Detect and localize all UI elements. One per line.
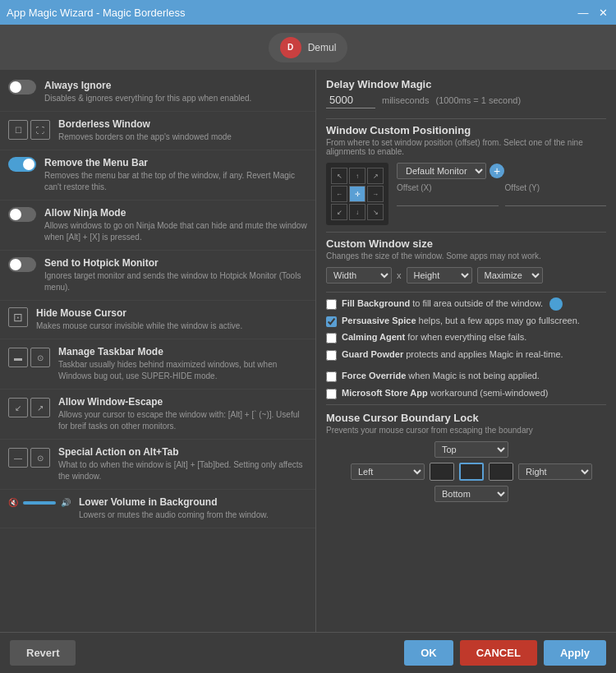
revert-button[interactable]: Revert [10,640,76,666]
positioning-title: Window Custom Positioning [326,124,606,136]
alt-tab-icon2: ⊙ [30,448,50,468]
toggle-hotpick[interactable] [8,257,36,272]
divider4 [326,404,606,405]
fill-bg-checkbox[interactable] [326,299,337,310]
boundary-desc: Prevents your mouse cursor from escaping… [326,426,606,435]
cancel-button[interactable]: CANCEL [460,640,537,666]
setting-title-ninja: Allow Ninja Mode [44,207,307,219]
height-select[interactable]: Height [407,267,472,283]
fill-bg-label: Fill Background to fill area outside of … [342,297,543,310]
grid-tc[interactable]: ↑ [349,168,365,184]
grid-tr[interactable]: ↗ [367,168,384,184]
offset-x-label: Offset (X) [397,183,499,192]
setting-desc-menu-bar: Removes the menu bar at the top of the w… [44,170,307,193]
grid-mc[interactable]: ✛ [349,186,365,202]
width-select[interactable]: Width [326,267,392,283]
right-select[interactable]: Right None Lock [518,463,592,480]
offset-x-field: Offset (X) [397,183,499,206]
monitor-select-row: Default Monitor + [397,163,606,179]
monitor-icon-1[interactable] [430,463,454,481]
bottom-bar: Revert OK CANCEL Apply [0,632,616,673]
app-pill[interactable]: D Demul [269,33,348,62]
bottom-select[interactable]: Bottom None Lock [434,486,508,502]
monitor-icon-3[interactable] [489,463,513,481]
positioning-desc: From where to set window position (offse… [326,138,606,156]
setting-title-taskbar: Manage Taskbar Mode [58,346,307,357]
alt-tab-icon1: — [8,448,28,468]
close-button[interactable]: ✕ [596,6,609,19]
setting-text-volume: Lower Volume in Background Lowers or mut… [79,496,307,521]
grid-bl[interactable]: ↙ [331,204,347,220]
setting-title-escape: Allow Window-Escape [58,396,307,408]
setting-title-always-ignore: Always Ignore [44,80,307,91]
guard-checkbox[interactable] [326,350,337,361]
calming-label: Calming Agent for when everything else f… [342,331,526,343]
force-checkbox[interactable] [326,371,337,382]
offset-y-label: Offset (Y) [505,183,607,192]
toggle-ninja-mode[interactable] [8,207,36,222]
delay-section-title: Delay Window Magic [326,78,606,90]
persuasive-checkbox[interactable] [326,316,337,327]
setting-text-always-ignore: Always Ignore Disables & ignores everyth… [44,80,307,104]
volume-slider[interactable] [23,501,56,505]
maximize-select[interactable]: Maximize Custom [477,267,543,283]
setting-desc-always-ignore: Disables & ignores everything for this a… [44,93,307,104]
boundary-title: Mouse Cursor Boundary Lock [326,412,606,424]
setting-text-alt-tab: Special Action on Alt+Tab What to do whe… [58,446,307,482]
add-monitor-button[interactable]: + [490,164,504,178]
offset-row: Offset (X) Offset (Y) [397,183,606,206]
force-label: Force Override when Magic is not being a… [342,370,540,382]
setting-desc-hotpick: Ignores target monitor and sends the win… [44,270,307,293]
top-select[interactable]: Top None Lock [434,441,508,458]
ms-store-label: Microsoft Store App workaround (semi-win… [342,387,548,399]
setting-window-escape: ↙ ↗ Allow Window-Escape Allows your curs… [0,390,315,440]
divider3 [326,292,606,293]
monitor-icon-2[interactable] [459,463,484,481]
grid-ml[interactable]: ← [331,186,347,202]
divider2 [326,232,606,233]
size-desc: Changes the size of the window. Some app… [326,251,606,260]
title-bar: App Magic Wizard - Magic Borderless — ✕ [0,0,616,25]
setting-taskbar: ▬ ⊙ Manage Taskbar Mode Taskbar usually … [0,339,315,390]
setting-text-borderless: Borderless Window Removes borders on the… [58,118,307,143]
setting-title-menu-bar: Remove the Menu Bar [44,157,307,168]
toggle-remove-menu-bar[interactable] [8,157,36,172]
divider1 [326,118,606,119]
ok-button[interactable]: OK [404,640,453,666]
app-name: Demul [308,42,337,53]
setting-hide-cursor: ⊡ Hide Mouse Cursor Makes mouse cursor i… [0,301,315,339]
setting-desc-alt-tab: What to do when the window is [Alt] + [T… [58,459,307,482]
delay-hint: (1000ms = 1 second) [435,95,521,105]
boundary-bottom: Bottom None Lock [430,486,513,502]
force-override-item: Force Override when Magic is not being a… [326,370,606,382]
guard-label: Guard Powder protects and applies Magic … [342,348,563,361]
grid-tl[interactable]: ↖ [331,168,347,184]
grid-mr[interactable]: → [367,186,384,202]
grid-bc[interactable]: ↓ [349,204,365,220]
calming-checkbox[interactable] [326,333,337,343]
minimize-button[interactable]: — [577,6,590,19]
main-content: Always Ignore Disables & ignores everyth… [0,70,616,632]
monitor-dropdown[interactable]: Default Monitor [397,163,486,179]
offset-x-input[interactable] [397,194,499,206]
size-title: Custom Window size [326,237,606,250]
boundary-top: Top None Lock [430,441,513,458]
positioning-grid-container: ↖ ↑ ↗ ← ✛ → ↙ ↓ ↘ Default Monitor + [326,163,606,225]
setting-text-taskbar: Manage Taskbar Mode Taskbar usually hide… [58,346,307,382]
ms-store-checkbox[interactable] [326,389,337,399]
offset-y-input[interactable] [505,194,607,206]
escape-icon1: ↙ [8,398,28,417]
left-select[interactable]: Left None Lock [351,463,425,480]
fill-bg-color[interactable] [549,297,563,311]
delay-input[interactable] [326,92,375,108]
persuasive-item: Persuasive Spice helps, but a few apps m… [326,315,606,327]
setting-hotpick: Send to Hotpick Monitor Ignores target m… [0,251,315,301]
setting-desc-cursor: Makes mouse cursor invisible while the w… [36,320,307,332]
setting-title-volume: Lower Volume in Background [79,496,307,508]
apply-button[interactable]: Apply [544,640,606,666]
volume-high-icon: 🔊 [61,498,71,507]
grid-br[interactable]: ↘ [367,204,384,220]
toggle-always-ignore[interactable] [8,80,36,94]
setting-title-cursor: Hide Mouse Cursor [36,307,307,319]
setting-volume: 🔇 🔊 Lower Volume in Background Lowers or… [0,490,315,528]
